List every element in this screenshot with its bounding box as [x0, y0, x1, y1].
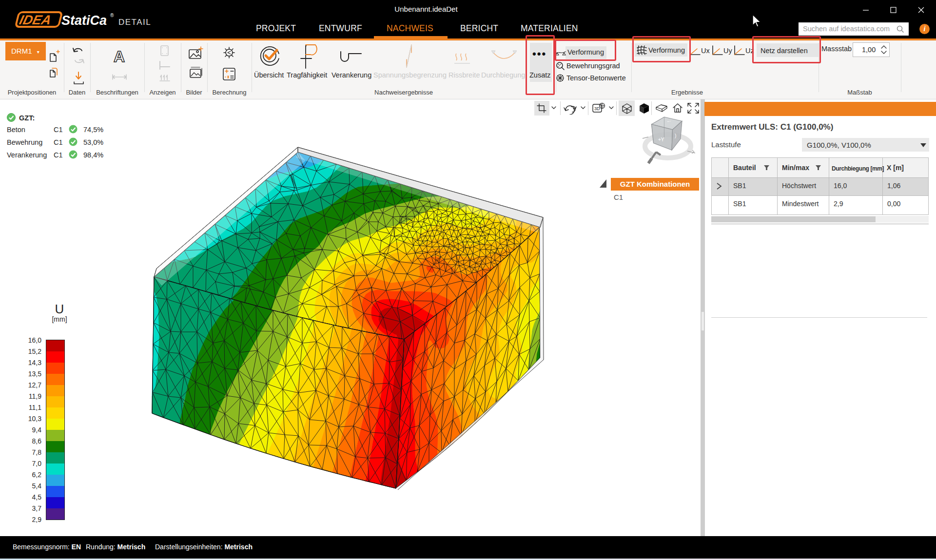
svg-text:StatiCa: StatiCa — [61, 13, 107, 28]
svg-text:+Y: +Y — [658, 137, 664, 142]
svg-text:A: A — [114, 48, 125, 65]
svg-text:®: ® — [110, 13, 114, 18]
svg-text:IDEA: IDEA — [18, 12, 53, 27]
svg-text:3D: 3D — [594, 106, 600, 111]
svg-text:−⋅: −⋅ — [667, 119, 671, 124]
svg-text:): ) — [675, 133, 676, 138]
